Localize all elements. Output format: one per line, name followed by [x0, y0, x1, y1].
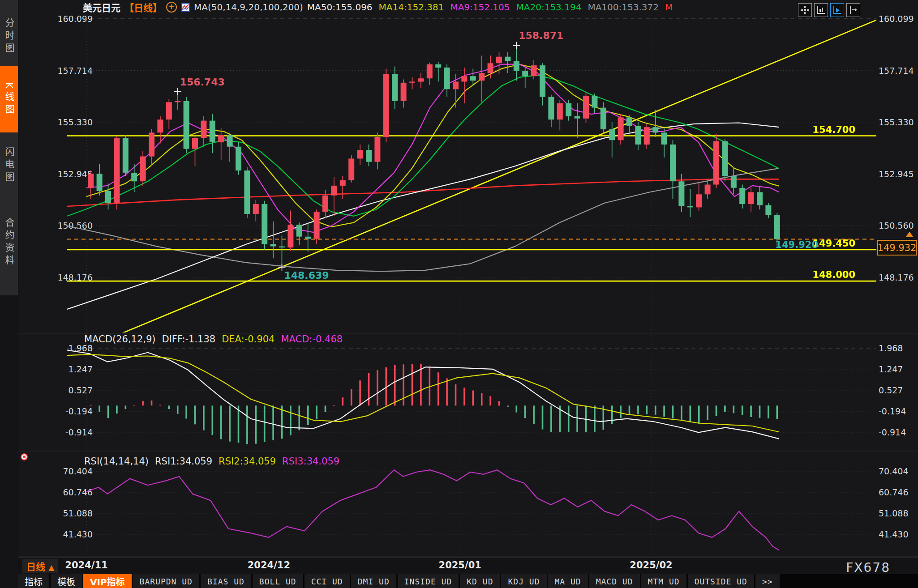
candle[interactable]	[444, 68, 450, 89]
chart-area[interactable]: 160.099160.099157.714157.714155.330155.3…	[0, 0, 918, 588]
indicator-tab-dmi-ud[interactable]: DMI_UD	[351, 574, 396, 588]
snap-right-tool-button[interactable]	[846, 3, 860, 17]
crosshair-target-icon[interactable]	[21, 453, 28, 460]
candle[interactable]	[765, 205, 771, 215]
candle[interactable]	[131, 173, 137, 181]
indicator-tab-bias-ud[interactable]: BIAS_UD	[201, 574, 251, 588]
candle[interactable]	[270, 244, 276, 247]
indicator-tab-指标[interactable]: 指标	[18, 574, 49, 588]
period-tag[interactable]: 【日线】	[124, 0, 162, 14]
candle[interactable]	[687, 206, 693, 207]
candle[interactable]	[652, 127, 658, 132]
candle[interactable]	[453, 81, 459, 89]
candle[interactable]	[383, 74, 389, 137]
sidebar-item-4[interactable]: 合约资料	[0, 197, 18, 288]
indicator-tab-inside-ud[interactable]: INSIDE_UD	[398, 574, 459, 588]
candle[interactable]	[296, 225, 302, 237]
candle[interactable]	[731, 176, 737, 188]
candle[interactable]	[505, 57, 510, 61]
price-level-label[interactable]: 148.000	[812, 269, 855, 280]
candle[interactable]	[635, 126, 641, 145]
candle[interactable]	[522, 71, 528, 76]
indicator-tab-kdj-ud[interactable]: KDJ_UD	[501, 574, 546, 588]
chart-svg[interactable]: 160.099160.099157.714157.714155.330155.3…	[0, 0, 918, 588]
candle[interactable]	[583, 96, 589, 119]
candle[interactable]	[566, 103, 571, 116]
candle[interactable]	[236, 147, 241, 170]
candle[interactable]	[479, 73, 485, 81]
candle[interactable]	[340, 180, 346, 186]
candle[interactable]	[618, 117, 624, 140]
candle[interactable]	[331, 186, 337, 196]
candle[interactable]	[157, 119, 163, 132]
sidebar-item-2[interactable]: K线图	[0, 66, 18, 132]
indicator-tab-模板[interactable]: 模板	[51, 574, 82, 588]
current-price-badge[interactable]: 149.932	[877, 240, 917, 256]
candle[interactable]	[575, 116, 580, 119]
candle[interactable]	[435, 64, 441, 68]
candle[interactable]	[548, 97, 554, 119]
candle[interactable]	[262, 204, 267, 244]
candle[interactable]	[140, 157, 146, 182]
candle[interactable]	[427, 64, 433, 79]
indicator-tab-macd-ud[interactable]: MACD_UD	[589, 574, 640, 588]
candle[interactable]	[357, 150, 363, 158]
candle[interactable]	[105, 191, 111, 203]
candle[interactable]	[470, 76, 476, 81]
candle[interactable]	[210, 121, 215, 142]
indicator-tab-mtm-ud[interactable]: MTM_UD	[641, 574, 686, 588]
candle[interactable]	[244, 170, 250, 214]
candle[interactable]	[661, 132, 667, 145]
candle[interactable]	[166, 102, 172, 119]
indicator-tab-vip指标[interactable]: VIP指标	[83, 574, 132, 588]
candle[interactable]	[305, 237, 311, 239]
indicator-tab-cci-ud[interactable]: CCI_UD	[305, 574, 350, 588]
candle[interactable]	[757, 192, 763, 205]
candle[interactable]	[123, 138, 129, 173]
candle[interactable]	[322, 196, 328, 212]
sidebar-item-1[interactable]: 分时图	[0, 7, 18, 66]
candle[interactable]	[114, 138, 120, 203]
chart-type-icon[interactable]	[181, 3, 190, 12]
candle[interactable]	[705, 185, 711, 195]
candle[interactable]	[392, 74, 398, 102]
candle[interactable]	[601, 108, 606, 129]
indicator-tab-barupdn-ud[interactable]: BARUPDN_UD	[133, 574, 199, 588]
candle[interactable]	[531, 65, 537, 76]
indicator-tab-kd-ud[interactable]: KD_UD	[460, 574, 500, 588]
candle[interactable]	[366, 150, 372, 162]
price-level-label[interactable]: 154.700	[812, 124, 855, 135]
candle[interactable]	[184, 101, 189, 149]
candle[interactable]	[97, 174, 103, 191]
indicator-tab-boll-ud[interactable]: BOLL_UD	[253, 574, 303, 588]
candle[interactable]	[227, 135, 233, 147]
candle[interactable]	[496, 57, 502, 64]
candle[interactable]	[374, 137, 380, 162]
candle[interactable]	[557, 103, 563, 119]
indicator-tab->>[interactable]: >>	[755, 574, 780, 588]
candle[interactable]	[514, 61, 519, 71]
candle[interactable]	[774, 215, 780, 239]
add-indicator-icon[interactable]: +	[166, 2, 177, 13]
candle[interactable]	[540, 65, 545, 97]
candle[interactable]	[218, 135, 224, 142]
alert-price-label[interactable]: 149.920	[775, 239, 818, 250]
candle[interactable]	[287, 225, 293, 247]
candle[interactable]	[314, 212, 320, 239]
indicator-tab-ma-ud[interactable]: MA_UD	[548, 574, 588, 588]
candle[interactable]	[592, 96, 597, 108]
candle[interactable]	[201, 121, 206, 138]
candle[interactable]	[175, 101, 180, 102]
candle[interactable]	[644, 127, 650, 145]
move-tool-button[interactable]	[798, 3, 812, 17]
candle[interactable]	[739, 188, 745, 204]
candle[interactable]	[401, 83, 407, 101]
candle[interactable]	[192, 138, 198, 149]
candle[interactable]	[609, 129, 615, 140]
candle[interactable]	[348, 158, 354, 180]
candle[interactable]	[253, 204, 259, 214]
candle[interactable]	[418, 78, 424, 81]
candle[interactable]	[409, 81, 415, 82]
candle[interactable]	[748, 192, 754, 205]
candle[interactable]	[626, 117, 632, 126]
